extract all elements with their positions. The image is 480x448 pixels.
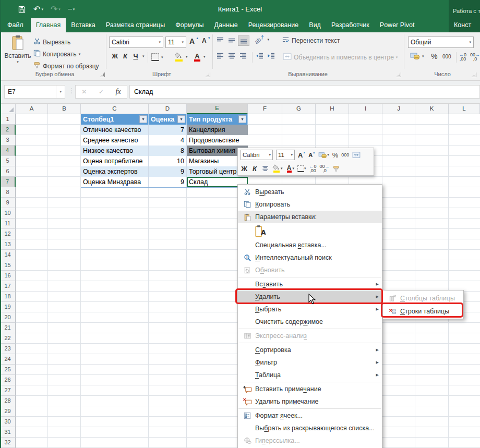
mini-borders-icon[interactable]: ▾ (297, 165, 306, 172)
cell-D3[interactable]: 4 (149, 135, 187, 146)
cell-C4[interactable]: Низкое качество (81, 146, 149, 156)
tab-Главная[interactable]: Главная (31, 18, 66, 32)
row-header-18[interactable]: 18 (0, 292, 16, 302)
percent-style-button[interactable]: % (431, 52, 437, 60)
row-header-20[interactable]: 20 (0, 312, 16, 323)
cell-D4[interactable]: 8 (149, 146, 187, 156)
select-all-corner[interactable] (0, 104, 16, 114)
table-header-cell[interactable]: Оценка▼ (149, 114, 187, 125)
tab-Разметка страницы[interactable]: Разметка страницы (101, 18, 170, 32)
tab-Файл[interactable]: Файл (0, 18, 31, 32)
currency-format-icon[interactable]: ▾ (410, 52, 424, 60)
italic-button[interactable]: К (121, 52, 130, 60)
mini-currency-icon[interactable]: ▾ (318, 152, 329, 159)
tab-Вставка[interactable]: Вставка (66, 18, 100, 32)
row-header-17[interactable]: 17 (0, 281, 16, 292)
row-header-2[interactable]: 2 (0, 125, 16, 135)
column-header-A[interactable]: A (16, 104, 48, 114)
row-header-32[interactable]: 32 (0, 438, 16, 448)
tab-Конст[interactable]: Конст (449, 18, 480, 32)
cell-D5[interactable]: 10 (149, 156, 187, 166)
column-header-L[interactable]: L (449, 104, 480, 114)
cell-C3[interactable]: Среднее качество (81, 135, 149, 146)
row-header-24[interactable]: 24 (0, 354, 16, 365)
increase-indent-icon[interactable] (267, 52, 275, 59)
menu-item-интеллектуальный-поиск[interactable]: iИнтеллектуальный поиск (238, 251, 382, 264)
column-header-E[interactable]: E (187, 104, 248, 114)
row-header-9[interactable]: 9 (0, 198, 16, 208)
mini-decrease-decimal-icon[interactable]: 00→ ,0 (320, 164, 330, 173)
tab-Вид[interactable]: Вид (304, 18, 326, 32)
cell-D7[interactable]: 9 (149, 177, 187, 187)
mini-increase-font-icon[interactable]: А▲ (298, 151, 305, 159)
mini-percent-button[interactable]: % (332, 151, 339, 159)
font-dialog-launcher-icon[interactable] (206, 72, 210, 77)
insert-function-icon[interactable]: fx (116, 88, 121, 96)
mini-merge-icon[interactable] (352, 152, 361, 158)
menu-item-таблица[interactable]: Таблица▶ (238, 369, 382, 381)
tab-Power Pivot[interactable]: Power Pivot (375, 18, 420, 32)
row-header-13[interactable]: 13 (0, 239, 16, 250)
row-header-11[interactable]: 11 (0, 219, 16, 229)
format-painter-button[interactable]: Формат по образцу (33, 62, 99, 70)
menu-item-сортировка[interactable]: Сортировка▶ (238, 344, 382, 356)
row-header-22[interactable]: 22 (0, 333, 16, 344)
menu-item-формат-ячеек[interactable]: Формат ячеек... (238, 409, 382, 422)
row-header-6[interactable]: 6 (0, 166, 16, 177)
mini-italic-button[interactable]: К (251, 165, 258, 173)
clipboard-dialog-launcher-icon[interactable] (100, 72, 105, 77)
enter-icon[interactable]: ✓ (99, 88, 104, 95)
name-box-dropdown-icon[interactable]: ▾ (56, 86, 62, 98)
decrease-decimal-icon[interactable]: 00→ ,0 (470, 53, 480, 61)
formula-input[interactable]: Склад (129, 85, 480, 99)
menu-item-вырезать[interactable]: Вырезать (238, 186, 382, 198)
cell-C2[interactable]: Отличное качество (81, 125, 149, 135)
wrap-text-button[interactable]: Перенести текст (282, 37, 340, 45)
column-header-C[interactable]: C (81, 104, 149, 114)
decrease-indent-icon[interactable] (256, 52, 264, 59)
row-header-1[interactable]: 1 (0, 114, 16, 125)
row-header-25[interactable]: 25 (0, 365, 16, 375)
font-name-combo[interactable]: Calibri▾ (109, 37, 163, 48)
column-header-J[interactable]: J (382, 104, 415, 114)
font-color-icon[interactable]: А ▾ (193, 52, 206, 62)
row-header-29[interactable]: 29 (0, 406, 16, 417)
number-dialog-launcher-icon[interactable] (472, 72, 476, 77)
tab-Разработчик[interactable]: Разработчик (326, 18, 375, 32)
merge-center-button[interactable]: Объединить и поместить в центре▾ (283, 53, 398, 62)
row-header-4[interactable]: 4 (0, 146, 16, 156)
comma-style-button[interactable]: 000 (442, 54, 451, 59)
formula-bar-grip[interactable]: ⋮ (68, 87, 75, 94)
table-header-cell[interactable]: Тип продукта▼ (187, 114, 248, 125)
row-header-7[interactable]: 7 (0, 177, 16, 187)
mini-font-color-icon[interactable]: А▾ (286, 164, 295, 173)
menu-item-очистить-содержимое[interactable]: Очистить содержимое (238, 316, 382, 328)
cut-button[interactable]: Вырезать (33, 38, 70, 46)
row-header-15[interactable]: 15 (0, 260, 16, 271)
cell-D6[interactable]: 9 (149, 166, 187, 177)
align-top-icon[interactable] (216, 37, 224, 44)
cell-D2[interactable]: 7 (149, 125, 187, 135)
row-header-14[interactable]: 14 (0, 250, 16, 260)
filter-dropdown-icon[interactable]: ▼ (177, 115, 185, 123)
row-header-26[interactable]: 26 (0, 375, 16, 385)
row-header-12[interactable]: 12 (0, 229, 16, 239)
align-right-icon[interactable] (239, 52, 247, 59)
column-header-B[interactable]: B (48, 104, 81, 114)
increase-decimal-icon[interactable]: ←0 ,00 (459, 53, 466, 61)
cell-C6[interactable]: Оценка экспертов (81, 166, 149, 177)
row-header-30[interactable]: 30 (0, 417, 16, 427)
row-header-27[interactable]: 27 (0, 385, 16, 396)
menu-item-специальная-вставка[interactable]: Специальная вставка... (238, 239, 382, 251)
tab-Формулы[interactable]: Формулы (170, 18, 209, 32)
row-header-3[interactable]: 3 (0, 135, 16, 146)
menu-item-удалить-примечание[interactable]: Удалить примечание (238, 395, 382, 408)
tab-Рецензирование[interactable]: Рецензирование (243, 18, 304, 32)
mini-align-center-icon[interactable] (261, 165, 269, 172)
alignment-dialog-launcher-icon[interactable] (397, 72, 401, 77)
copy-button[interactable]: Копировать▾ (33, 50, 80, 58)
table-header-cell[interactable]: Столбец1▼ (81, 114, 149, 125)
row-header-16[interactable]: 16 (0, 271, 16, 281)
cell-E2[interactable]: Канцелярия (187, 125, 248, 135)
orientation-icon[interactable]: ab↗▾ (254, 36, 269, 43)
